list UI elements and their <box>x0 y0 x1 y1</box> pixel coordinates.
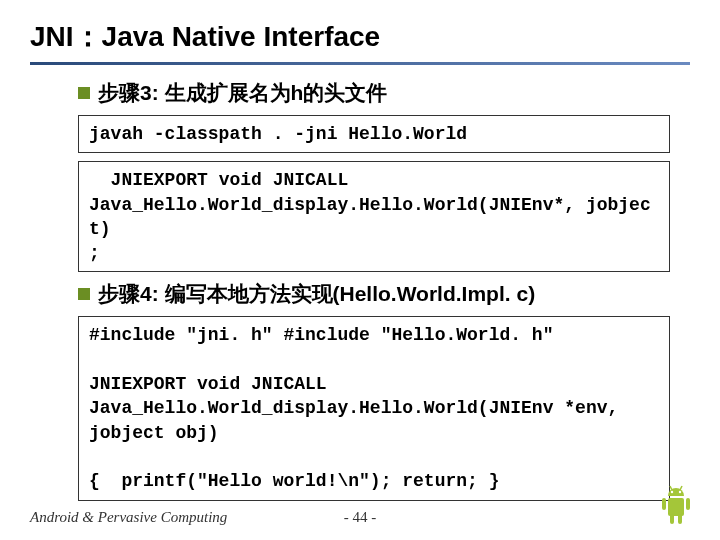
title-underline <box>30 62 690 65</box>
step4-code1: #include "jni. h" #include "Hello.World.… <box>78 316 670 500</box>
footer-page: - 44 - <box>344 509 377 526</box>
step3-heading-text: 步骤3: 生成扩展名为h的头文件 <box>98 79 387 107</box>
svg-rect-0 <box>668 498 684 516</box>
bullet-icon <box>78 288 90 300</box>
svg-line-5 <box>670 486 672 490</box>
svg-point-7 <box>671 491 673 493</box>
step4-heading-text: 步骤4: 编写本地方法实现(Hello.World.Impl. c) <box>98 280 535 308</box>
svg-rect-3 <box>670 514 674 524</box>
android-icon <box>654 480 698 530</box>
step3-code1: javah -classpath . -jni Hello.World <box>78 115 670 153</box>
step3-code2: JNIEXPORT void JNICALL Java_Hello.World_… <box>78 161 670 272</box>
step3-heading: 步骤3: 生成扩展名为h的头文件 <box>78 79 670 107</box>
step4-heading: 步骤4: 编写本地方法实现(Hello.World.Impl. c) <box>78 280 670 308</box>
svg-rect-2 <box>686 498 690 510</box>
svg-line-6 <box>680 486 682 490</box>
svg-rect-4 <box>678 514 682 524</box>
footer-left: Android & Pervasive Computing <box>30 509 227 526</box>
svg-point-8 <box>679 491 681 493</box>
footer: Android & Pervasive Computing - 44 - <box>0 509 720 526</box>
svg-rect-1 <box>662 498 666 510</box>
page-title: JNI：Java Native Interface <box>30 18 690 62</box>
bullet-icon <box>78 87 90 99</box>
